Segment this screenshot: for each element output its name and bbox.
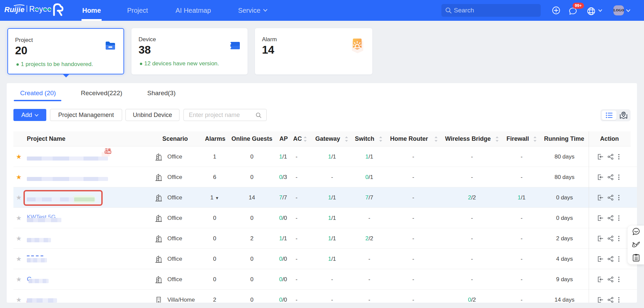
svg-text:Ruijie: Ruijie: [4, 5, 24, 14]
